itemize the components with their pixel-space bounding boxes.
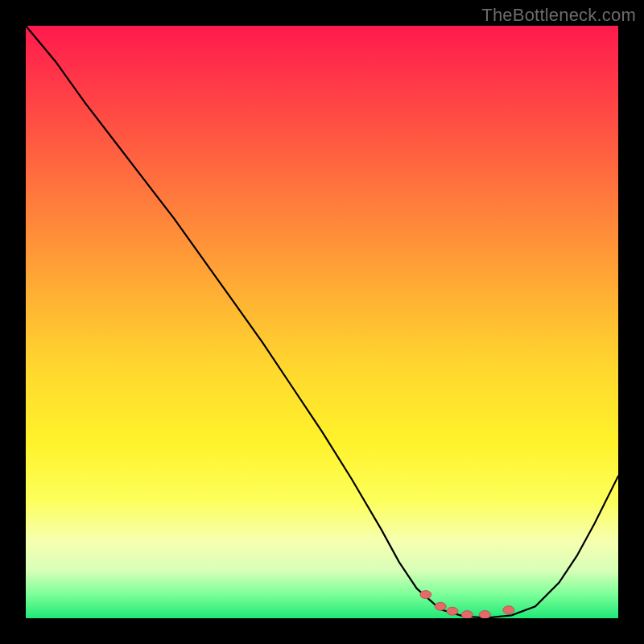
trough-marker [420, 591, 431, 599]
trough-marker [447, 607, 458, 615]
trough-marker [503, 606, 514, 614]
plot-area [26, 26, 618, 618]
outer-frame: TheBottleneck.com [0, 0, 644, 644]
chart-svg [26, 26, 618, 618]
watermark-text: TheBottleneck.com [481, 5, 636, 26]
trough-marker [435, 602, 446, 610]
bottleneck-curve [26, 26, 618, 617]
trough-marker [479, 611, 490, 618]
trough-marker [461, 611, 473, 618]
